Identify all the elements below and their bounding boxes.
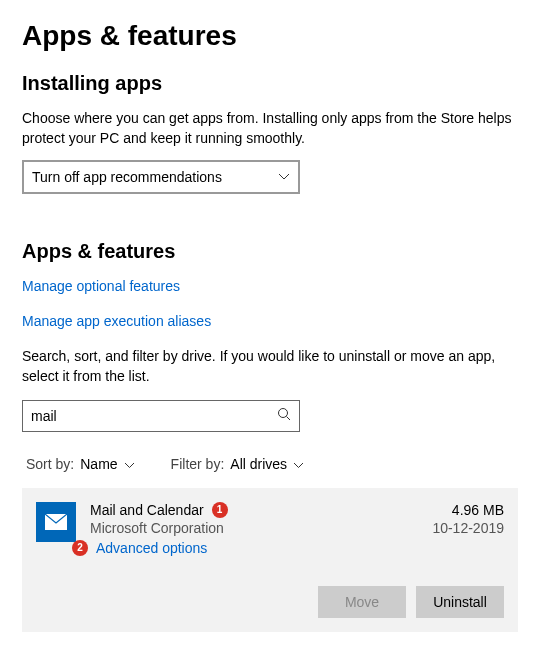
search-box[interactable]	[22, 400, 300, 432]
installing-description: Choose where you can get apps from. Inst…	[22, 109, 518, 148]
installing-apps-heading: Installing apps	[22, 72, 518, 95]
app-name: Mail and Calendar	[90, 502, 204, 518]
page-title: Apps & features	[22, 20, 518, 52]
uninstall-button[interactable]: Uninstall	[416, 586, 504, 618]
app-size: 4.96 MB	[432, 502, 504, 518]
sort-value: Name	[80, 456, 117, 472]
sort-by-control[interactable]: Sort by: Name	[26, 456, 135, 472]
app-source-dropdown[interactable]: Turn off app recommendations	[22, 160, 300, 194]
apps-features-heading: Apps & features	[22, 240, 518, 263]
search-icon	[277, 407, 291, 425]
search-input[interactable]	[31, 408, 277, 424]
move-button: Move	[318, 586, 406, 618]
dropdown-value: Turn off app recommendations	[32, 169, 222, 185]
svg-line-1	[287, 417, 291, 421]
app-publisher: Microsoft Corporation	[90, 520, 418, 536]
filter-by-control[interactable]: Filter by: All drives	[171, 456, 304, 472]
annotation-badge-2: 2	[72, 540, 88, 556]
mail-app-icon	[36, 502, 76, 542]
app-list-item[interactable]: Mail and Calendar 1 Microsoft Corporatio…	[22, 488, 518, 632]
svg-point-0	[279, 409, 288, 418]
chevron-down-icon	[124, 456, 135, 472]
chevron-down-icon	[278, 173, 290, 181]
filter-label: Filter by:	[171, 456, 225, 472]
manage-optional-features-link[interactable]: Manage optional features	[22, 278, 180, 294]
chevron-down-icon	[293, 456, 304, 472]
apps-features-description: Search, sort, and filter by drive. If yo…	[22, 347, 518, 386]
annotation-badge-1: 1	[212, 502, 228, 518]
advanced-options-link[interactable]: Advanced options	[96, 540, 207, 556]
app-meta: 4.96 MB 10-12-2019	[432, 502, 504, 536]
app-date: 10-12-2019	[432, 520, 504, 536]
manage-execution-aliases-link[interactable]: Manage app execution aliases	[22, 313, 211, 329]
filter-value: All drives	[230, 456, 287, 472]
sort-label: Sort by:	[26, 456, 74, 472]
